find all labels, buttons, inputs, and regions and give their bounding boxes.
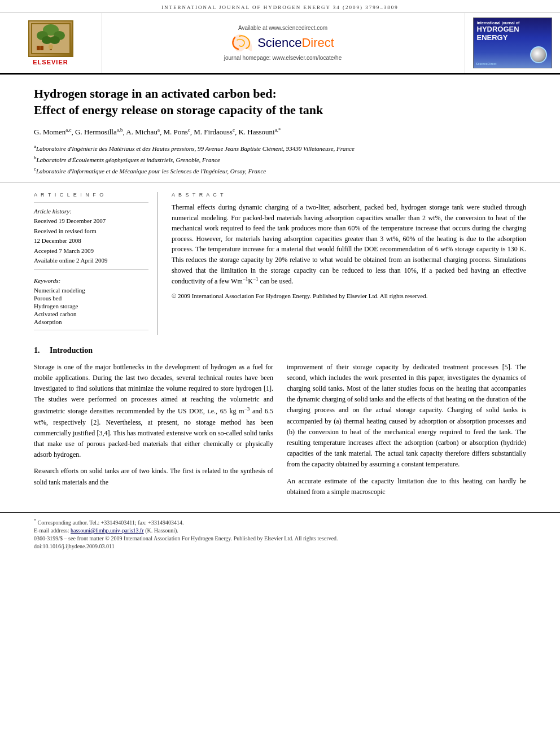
intro-para-1: Storage is one of the major bottlenecks … [34,362,273,461]
available-online-date: Available online 2 April 2009 [34,256,148,265]
info-divider-top [34,202,148,203]
banner: ELSEVIER Available at www.sciencedirect.… [0,13,560,75]
elsevier-logo-area: ELSEVIER [0,13,102,73]
intro-para-3: improvement of their storage capacity by… [287,362,526,470]
keyword-4: Activated carbon [34,311,148,317]
info-divider-bottom [34,330,148,330]
intro-para-4: An accurate estimate of the capacity lim… [287,476,526,497]
journal-title: International Journal of Hydrogen Energy… [161,5,399,10]
keywords-section: Keywords: Numerical modeling Porous bed … [34,277,148,325]
text-col-right: improvement of their storage capacity by… [287,362,526,503]
journal-homepage: journal homepage: www.elsevier.com/locat… [224,55,342,61]
two-column-text: Storage is one of the major bottlenecks … [34,362,526,503]
history-label: Article history: [34,207,148,216]
banner-right: international journal of HYDROGENENERGY … [464,13,560,73]
elsevier-logo-box [28,20,73,57]
keyword-3: Hydrogen storage [34,303,148,309]
accepted-date: Accepted 7 March 2009 [34,247,148,255]
journal-cover: international journal of HYDROGENENERGY … [473,18,552,68]
abstract-label: A B S T R A C T [172,192,526,198]
received-revised-label: Received in revised form [34,227,148,235]
svg-point-5 [50,36,60,44]
abstract-column: A B S T R A C T Thermal effects during d… [172,192,526,335]
sciencedirect-icon [231,34,253,51]
article-info-label: A R T I C L E I N F O [34,192,148,198]
page-footer: * Corresponding author. Tel.: +331494034… [0,512,560,557]
abstract-text: Thermal effects during dynamic charging … [172,202,526,287]
affiliation-b: bLaboratoire d'Écoulements géophysiques … [34,154,526,164]
affiliation-a: aLaboratoire d'Ingénierie des Matériaux … [34,143,526,153]
article-authors: G. Momena,c, G. Hermosillaa,b, A. Michau… [34,127,526,137]
banner-center: Available at www.sciencedirect.com Scien… [102,13,464,73]
info-divider-keywords [34,269,148,270]
journal-header: International Journal of Hydrogen Energy… [0,0,560,13]
page-wrapper: International Journal of Hydrogen Energy… [0,0,560,557]
elsevier-logo: ELSEVIER [28,20,73,65]
footer-email: E-mail address: hassouni@limhp.univ-pari… [34,527,526,534]
text-col-left: Storage is one of the major bottlenecks … [34,362,273,503]
section-title-introduction: 1. Introduction [34,346,526,355]
footer-corresponding: * Corresponding author. Tel.: +331494034… [34,518,526,526]
article-title-section: Hydrogen storage in an activated carbon … [0,75,560,183]
main-content: 1. Introduction Storage is one of the ma… [0,335,560,512]
keyword-2: Porous bed [34,295,148,302]
cover-circle [530,46,547,63]
article-body: A R T I C L E I N F O Article history: R… [0,192,560,335]
svg-point-8 [49,45,53,49]
article-main-title: Hydrogen storage in an activated carbon … [34,86,526,118]
affiliations: aLaboratoire d'Ingénierie des Matériaux … [34,143,526,176]
elsevier-svg [31,23,71,54]
sciencedirect-logo: ScienceDirect [231,34,334,51]
footer-license: 0360-3199/$ – see front matter © 2009 In… [34,535,526,541]
revised-date: 12 December 2008 [34,237,148,245]
elsevier-text: ELSEVIER [33,59,68,65]
keywords-label: Keywords: [34,277,148,285]
keyword-5: Adsorption [34,318,148,325]
cover-hydrogen-text: HYDROGENENERGY [477,25,519,42]
footer-email-link[interactable]: hassouni@limhp.univ-paris13.fr [71,527,144,534]
abstract-copyright: © 2009 International Association For Hyd… [172,292,526,299]
footer-doi: doi:10.1016/j.ijhydene.2009.03.011 [34,543,526,549]
article-info-column: A R T I C L E I N F O Article history: R… [34,192,158,335]
keyword-1: Numerical modeling [34,287,148,294]
available-text: Available at www.sciencedirect.com [238,25,327,31]
received-date: Received 19 December 2007 [34,217,148,225]
intro-para-2: Research efforts on solid tanks are of t… [34,466,273,487]
sciencedirect-text: ScienceDirect [257,36,334,50]
affiliation-c: cLaboratoire d'Informatique et de Mécani… [34,165,526,176]
